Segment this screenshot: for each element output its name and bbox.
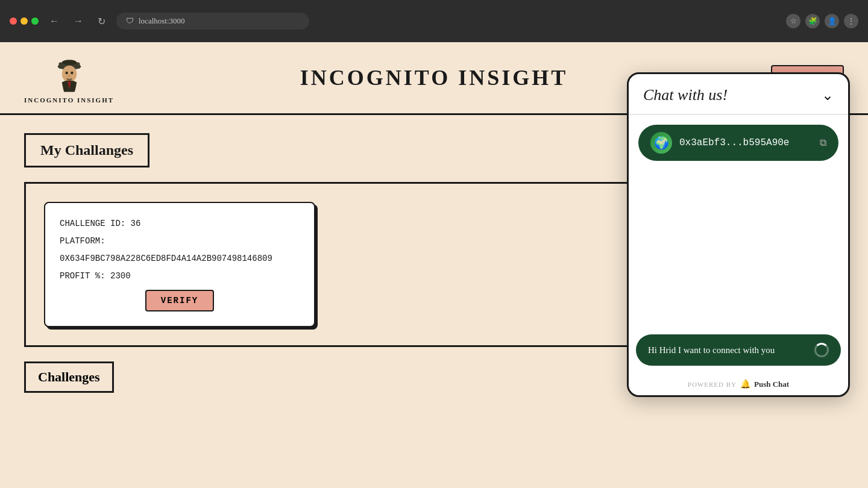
menu-icon[interactable]: ⋮ xyxy=(844,14,858,28)
challenge-card: CHALLENGE ID: 36 PLATFORM: 0X634F9BC798A… xyxy=(44,202,315,327)
challenge-platform-label: PLATFORM: xyxy=(60,235,300,248)
refresh-button[interactable]: ↻ xyxy=(94,13,109,30)
svg-point-5 xyxy=(71,72,73,74)
logo-text: INCOGNITO INSIGHT xyxy=(24,96,114,104)
maximize-window-button[interactable] xyxy=(31,17,39,25)
logo-image xyxy=(48,52,90,94)
traffic-lights xyxy=(10,17,39,25)
chat-wallet-row[interactable]: 🌍 0x3aEbf3...b595A90e ⧉ xyxy=(638,125,838,161)
challenge-platform-value: 0X634F9BC798A228C6ED8FD4A14A2B9074981468… xyxy=(60,252,300,265)
globe-icon: 🌍 xyxy=(650,132,672,154)
extensions-icon[interactable]: 🧩 xyxy=(805,14,820,28)
push-chat-label: Push Chat xyxy=(754,380,789,389)
svg-point-6 xyxy=(68,75,71,78)
loading-spinner xyxy=(814,343,829,357)
copy-icon[interactable]: ⧉ xyxy=(820,137,826,148)
detective-icon xyxy=(48,52,90,94)
main-page: INCOGNITO INSIGHT INCOGNITO INSIGHT CREA… xyxy=(0,42,868,488)
svg-point-2 xyxy=(61,60,77,65)
profile-icon[interactable]: 👤 xyxy=(825,14,839,28)
logo-area: INCOGNITO INSIGHT xyxy=(24,52,114,104)
browser-actions: ☆ 🧩 👤 ⋮ xyxy=(786,14,858,28)
minimize-window-button[interactable] xyxy=(20,17,28,25)
my-challenges-button[interactable]: My Challanges xyxy=(24,133,149,167)
chat-title: Chat with us! xyxy=(643,86,728,104)
chat-messages xyxy=(629,170,848,327)
chat-input-area[interactable]: Hi Hrid I want to connect with you xyxy=(636,334,841,366)
challenges-label: Challenges xyxy=(24,361,114,393)
powered-by-text: POWERED BY xyxy=(688,381,737,388)
chat-input-message: Hi Hrid I want to connect with you xyxy=(648,345,814,355)
browser-chrome: ← → ↻ 🛡 localhost:3000 ☆ 🧩 👤 ⋮ xyxy=(0,0,868,42)
page-title: INCOGNITO INSIGHT xyxy=(300,65,568,90)
address-bar[interactable]: 🛡 localhost:3000 xyxy=(116,13,309,30)
bookmark-icon[interactable]: ☆ xyxy=(786,14,800,28)
back-button[interactable]: ← xyxy=(46,13,63,29)
chat-widget: Chat with us! ⌄ 🌍 0x3aEbf3...b595A90e ⧉ … xyxy=(627,72,850,397)
wallet-address: 0x3aEbf3...b595A90e xyxy=(679,137,813,148)
chat-header: Chat with us! ⌄ xyxy=(629,74,848,115)
chat-collapse-button[interactable]: ⌄ xyxy=(822,87,834,104)
challenge-id: CHALLENGE ID: 36 xyxy=(60,217,300,230)
chat-footer: POWERED BY 🔔 Push Chat xyxy=(629,373,848,395)
shield-icon: 🛡 xyxy=(126,16,134,26)
svg-point-4 xyxy=(65,72,68,74)
challenge-profit: PROFIT %: 2300 xyxy=(60,270,300,283)
verify-button[interactable]: VERIFY xyxy=(145,290,214,311)
forward-button[interactable]: → xyxy=(70,13,87,29)
url-display: localhost:3000 xyxy=(139,16,185,26)
push-icon: 🔔 xyxy=(740,379,750,389)
close-window-button[interactable] xyxy=(10,17,17,25)
